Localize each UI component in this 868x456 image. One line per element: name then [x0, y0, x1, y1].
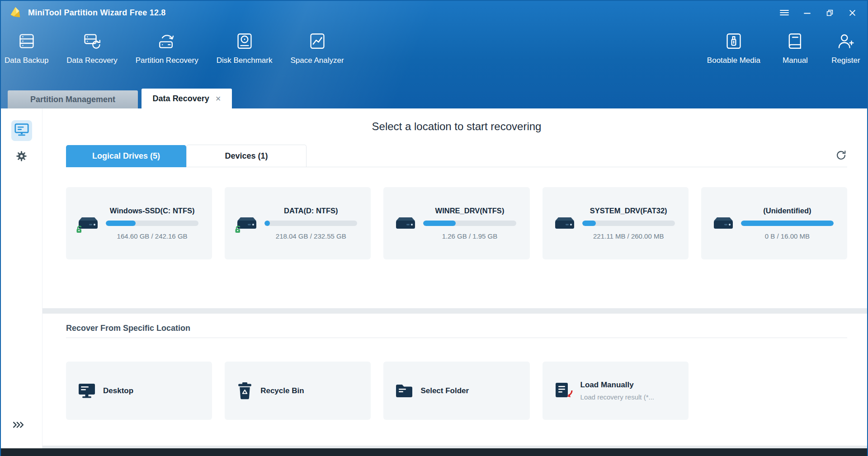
toolbar-item-partition-recovery[interactable]: Partition Recovery — [136, 32, 198, 65]
drive-usage-bar — [423, 221, 516, 226]
location-card-select-folder[interactable]: Select Folder — [383, 362, 529, 420]
toolbar-label: Partition Recovery — [136, 56, 198, 65]
data-recovery-icon — [83, 32, 102, 51]
sidebar — [1, 108, 42, 448]
app-title: MiniTool Partition Wizard Free 12.8 — [28, 8, 166, 18]
menu-icon[interactable] — [777, 6, 792, 19]
drive-tab-label: Logical Drives (5) — [92, 151, 160, 161]
drive-name: Windows-SSD(C: NTFS) — [110, 207, 195, 215]
toolbar-item-disk-benchmark[interactable]: Disk Benchmark — [217, 32, 273, 65]
drive-tab-label: Devices (1) — [225, 151, 268, 161]
drive-card-unidentified[interactable]: (Unidentified) 0 B / 16.00 MB — [701, 187, 847, 259]
drive-usage-bar — [264, 221, 357, 226]
tab-label: Partition Management — [30, 95, 115, 104]
drive-card-data[interactable]: DATA(D: NTFS) 218.04 GB / 232.55 GB — [225, 187, 371, 259]
drive-size: 1.26 GB / 1.95 GB — [442, 232, 498, 240]
tab-partition-management[interactable]: Partition Management — [8, 90, 138, 108]
content-area: Select a location to start recovering Lo… — [1, 108, 867, 448]
hard-drive-icon — [713, 215, 734, 232]
toolbar-label: Data Backup — [5, 56, 48, 65]
sidebar-expand-icon[interactable] — [13, 421, 24, 430]
gear-icon — [15, 150, 28, 164]
location-text-block: Load Manually Load recovery result (*... — [580, 381, 654, 401]
drive-usage-bar — [741, 221, 834, 226]
register-icon — [836, 32, 855, 51]
drive-card-winre[interactable]: WINRE_DRV(NTFS) 1.26 GB / 1.95 GB — [383, 187, 529, 259]
toolbar: Data Backup Data Recovery — [1, 24, 867, 89]
close-button[interactable] — [844, 6, 860, 19]
location-label: Desktop — [103, 386, 133, 395]
tab-devices[interactable]: Devices (1) — [186, 145, 307, 167]
section-title: Recover From Specific Location — [66, 324, 847, 333]
toolbar-item-register[interactable]: Register — [830, 32, 862, 65]
refresh-button[interactable] — [835, 149, 847, 161]
drive-info: Windows-SSD(C: NTFS) 164.60 GB / 242.16 … — [106, 207, 198, 240]
drive-info: SYSTEM_DRV(FAT32) 221.11 MB / 260.00 MB — [582, 207, 675, 240]
toolbar-item-data-recovery[interactable]: Data Recovery — [66, 32, 117, 65]
drive-usage-fill — [106, 221, 136, 226]
restore-button[interactable] — [822, 6, 837, 19]
load-manually-icon — [554, 382, 573, 400]
drive-usage-fill — [423, 221, 456, 226]
drive-card-system-drv[interactable]: SYSTEM_DRV(FAT32) 221.11 MB / 260.00 MB — [542, 187, 689, 259]
tab-close-icon[interactable]: × — [216, 94, 221, 103]
drive-size: 0 B / 16.00 MB — [765, 232, 810, 240]
drive-usage-fill — [741, 221, 834, 226]
partition-recovery-icon — [157, 32, 176, 51]
toolbar-label: Data Recovery — [66, 56, 117, 65]
drive-usage-fill — [264, 221, 270, 226]
toolbar-label: Bootable Media — [707, 56, 760, 65]
toolbar-left: Data Backup Data Recovery — [5, 32, 344, 65]
drive-name: DATA(D: NTFS) — [284, 207, 338, 215]
computer-drives-icon — [14, 122, 29, 139]
drive-info: WINRE_DRV(NTFS) 1.26 GB / 1.95 GB — [423, 207, 516, 240]
space-analyzer-icon — [308, 32, 327, 51]
specific-location-panel: Recover From Specific Location — [42, 314, 867, 446]
drive-usage-bar — [106, 221, 198, 226]
drive-usage-bar — [582, 221, 675, 226]
window-bottom-edge — [1, 448, 867, 456]
drive-card-windows-ssd[interactable]: Windows-SSD(C: NTFS) 164.60 GB / 242.16 … — [66, 187, 212, 259]
drive-selection-panel: Select a location to start recovering Lo… — [42, 108, 867, 308]
tab-data-recovery[interactable]: Data Recovery × — [142, 89, 232, 108]
drive-size: 221.11 MB / 260.00 MB — [593, 232, 664, 240]
toolbar-label: Space Analyzer — [290, 56, 344, 65]
location-label: Select Folder — [420, 386, 469, 395]
location-label: Recycle Bin — [260, 386, 304, 395]
drive-usage-fill — [582, 221, 596, 226]
toolbar-item-data-backup[interactable]: Data Backup — [5, 32, 48, 65]
sidebar-item-drives[interactable] — [11, 120, 32, 141]
unlock-badge-icon — [234, 225, 243, 234]
bootable-media-icon — [724, 32, 743, 51]
drive-tabs: Logical Drives (5) Devices (1) — [66, 145, 847, 167]
drive-name: WINRE_DRV(NTFS) — [435, 207, 505, 215]
section-divider — [66, 338, 847, 338]
desktop-icon — [78, 383, 96, 399]
main-panel: Select a location to start recovering Lo… — [42, 108, 867, 448]
sidebar-item-settings[interactable] — [11, 146, 32, 167]
location-card-desktop[interactable]: Desktop — [66, 362, 212, 420]
drive-info: (Unidentified) 0 B / 16.00 MB — [741, 207, 834, 240]
app-logo-icon — [8, 5, 23, 20]
hard-drive-icon — [395, 215, 416, 232]
drive-size: 164.60 GB / 242.16 GB — [117, 232, 188, 240]
select-folder-icon — [395, 383, 413, 399]
drive-name: SYSTEM_DRV(FAT32) — [590, 207, 667, 215]
drive-name: (Unidentified) — [763, 207, 811, 215]
drive-grid: Windows-SSD(C: NTFS) 164.60 GB / 242.16 … — [66, 187, 847, 259]
toolbar-item-manual[interactable]: Manual — [779, 32, 811, 65]
toolbar-right: Bootable Media Manual — [707, 32, 862, 65]
drive-info: DATA(D: NTFS) 218.04 GB / 232.55 GB — [264, 207, 357, 240]
toolbar-item-bootable-media[interactable]: Bootable Media — [707, 32, 760, 65]
location-grid: Desktop Recycle Bin — [66, 362, 847, 420]
unlock-badge-icon — [75, 225, 84, 234]
manual-icon — [786, 32, 805, 51]
location-card-load-manually[interactable]: Load Manually Load recovery result (*... — [542, 362, 689, 420]
tabstrip: Partition Management Data Recovery × — [1, 89, 867, 108]
toolbar-label: Register — [831, 56, 860, 65]
minimize-button[interactable] — [799, 6, 815, 19]
tab-logical-drives[interactable]: Logical Drives (5) — [66, 145, 186, 167]
location-card-recycle-bin[interactable]: Recycle Bin — [225, 362, 371, 420]
toolbar-item-space-analyzer[interactable]: Space Analyzer — [290, 32, 344, 65]
location-label: Load Manually — [580, 381, 654, 390]
